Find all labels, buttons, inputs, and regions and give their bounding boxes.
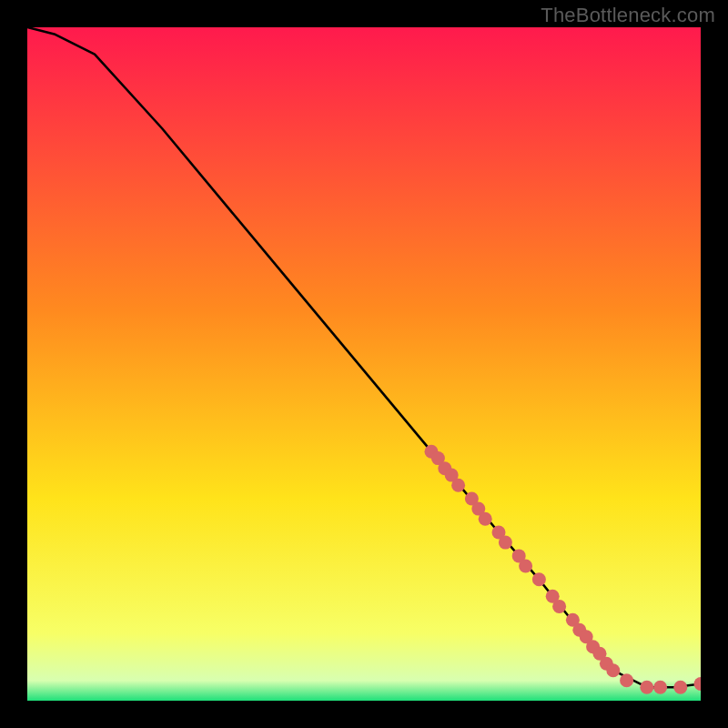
chart-svg [27, 27, 701, 701]
marker-point [552, 600, 566, 613]
marker-point [620, 673, 633, 687]
marker-point [640, 681, 653, 694]
marker-point [451, 479, 465, 492]
chart-stage: TheBottleneck.com [0, 0, 728, 728]
marker-point [519, 560, 532, 573]
gradient-bg [27, 27, 701, 701]
marker-point [673, 681, 687, 694]
watermark-text: TheBottleneck.com [541, 4, 715, 27]
marker-point [532, 572, 546, 586]
plot-area [27, 27, 701, 701]
marker-point [479, 512, 492, 526]
marker-point [499, 536, 512, 550]
marker-point [653, 681, 667, 694]
marker-point [606, 663, 620, 677]
